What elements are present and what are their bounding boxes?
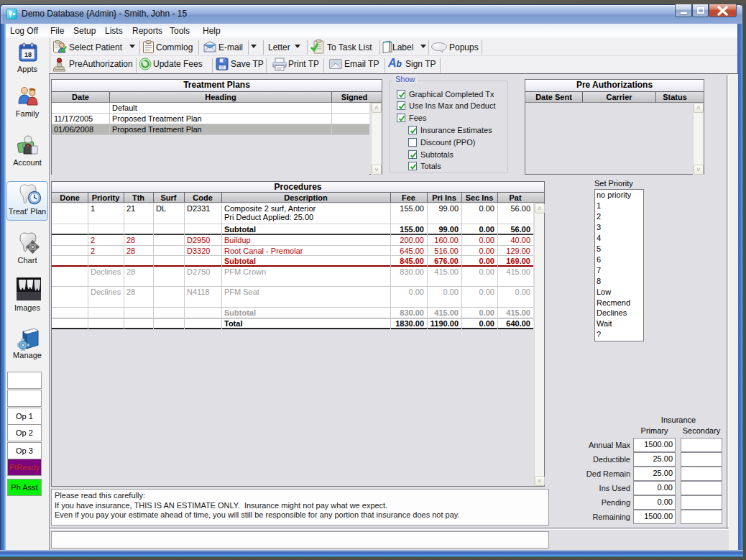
svg-text:18: 18: [24, 51, 32, 58]
